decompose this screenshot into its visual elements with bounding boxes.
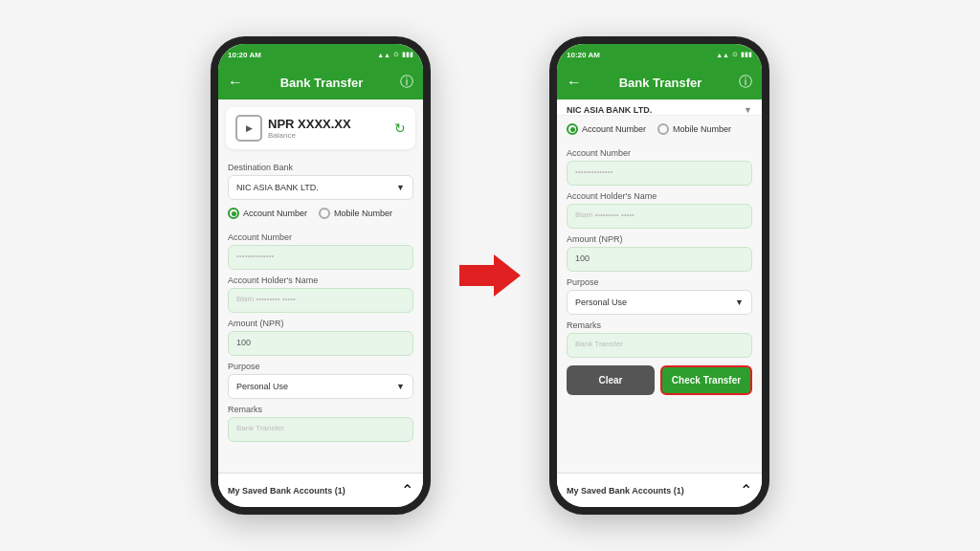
status-icons-right: ▲▲⊙▮▮▮ [716,51,752,58]
action-buttons: Clear Check Transfer [557,358,762,403]
purpose-arrow-left: ▼ [396,382,405,391]
balance-left: ▶ NPR XXXX.XX Balance [235,115,351,142]
acc-holder-input-right[interactable]: Blam ••••••••• ••••• [567,204,752,229]
radio-group-right: Account Number Mobile Number [567,123,752,135]
purpose-arrow-right: ▼ [735,298,744,307]
balance-info: NPR XXXX.XX Balance [268,117,351,140]
page-title-left: Bank Transfer [280,76,364,90]
remarks-label-right: Remarks [567,320,752,330]
purpose-dropdown-left[interactable]: Personal Use ▼ [228,374,413,399]
transition-arrow [459,254,521,297]
status-bar-left: 10:20 AM ▲▲⊙▮▮▮ [218,44,423,65]
check-transfer-button[interactable]: Check Transfer [660,365,752,395]
back-button-right[interactable]: ← [567,74,582,91]
saved-accounts-text-right: My Saved Bank Accounts (1) [567,486,684,496]
acc-num-input-right[interactable]: •••••••••••••• [567,161,752,186]
saved-accounts-bar-left[interactable]: My Saved Bank Accounts (1) ⌃ [218,473,423,507]
chevron-up-icon-left: ⌃ [401,481,413,499]
remarks-input-right[interactable]: Bank Transfer [567,333,752,358]
acc-num-label-left: Account Number [228,232,413,242]
dest-bank-dropdown-left[interactable]: NIC ASIA BANK LTD. ▼ [228,175,413,200]
radio-mobile-left[interactable]: Mobile Number [319,208,392,219]
remarks-label-left: Remarks [228,405,413,414]
status-time-right: 10:20 AM [567,51,600,59]
acc-num-label-right: Account Number [567,148,752,158]
balance-card: ▶ NPR XXXX.XX Balance ↻ [226,107,415,149]
chevron-up-icon-right: ⌃ [740,481,752,499]
top-bar-right: ← Bank Transfer ⓘ [557,65,762,99]
form-left: Destination Bank NIC ASIA BANK LTD. ▼ [218,153,423,200]
radio-group-left: Account Number Mobile Number [228,208,413,219]
form-right: Account Number •••••••••••••• Account Ho… [557,139,762,358]
amount-input-left[interactable]: 100 [228,331,413,356]
radio-mobile-right[interactable]: Mobile Number [657,123,731,135]
purpose-label-left: Purpose [228,362,413,371]
left-phone: 10:20 AM ▲▲⊙▮▮▮ ← Bank Transfer ⓘ ▶ NPR … [211,36,431,515]
radio-dot-account-left [228,208,239,219]
amount-label-left: Amount (NPR) [228,319,413,328]
page-title-right: Bank Transfer [619,76,702,90]
dest-bank-arrow-right: ▼ [744,105,752,115]
scene: 10:20 AM ▲▲⊙▮▮▮ ← Bank Transfer ⓘ ▶ NPR … [0,0,980,551]
clear-button[interactable]: Clear [567,365,655,395]
balance-amount: NPR XXXX.XX [268,117,351,131]
acc-num-input-left[interactable]: •••••••••••••• [228,245,413,270]
radio-dot-account-right [567,123,578,135]
acc-holder-input-left[interactable]: Blam ••••••••• ••••• [228,288,413,313]
balance-label: Balance [268,131,351,140]
saved-accounts-text-left: My Saved Bank Accounts (1) [228,486,345,496]
radio-dot-mobile-left [319,208,330,219]
radio-account-right[interactable]: Account Number [567,123,646,135]
dest-bank-value-right: NIC ASIA BANK LTD. [567,105,652,115]
right-phone: 10:20 AM ▲▲⊙▮▮▮ ← Bank Transfer ⓘ NIC AS… [549,36,769,515]
top-bar-left: ← Bank Transfer ⓘ [218,65,423,99]
dropdown-arrow-left: ▼ [396,183,405,192]
dest-bank-label-left: Destination Bank [228,163,413,172]
refresh-icon[interactable]: ↻ [394,121,406,136]
amount-input-right[interactable]: 100 [567,247,752,272]
purpose-dropdown-right[interactable]: Personal Use ▼ [567,290,752,315]
acc-holder-label-left: Account Holder's Name [228,276,413,285]
acc-holder-label-right: Account Holder's Name [567,191,752,201]
back-button-left[interactable]: ← [228,74,243,91]
right-phone-content: NIC ASIA BANK LTD. ▼ Account Number Mobi… [557,99,762,473]
radio-account-left[interactable]: Account Number [228,208,307,219]
amount-label-right: Amount (NPR) [567,234,752,244]
remarks-input-left[interactable]: Bank Transfer [228,417,413,442]
saved-accounts-bar-right[interactable]: My Saved Bank Accounts (1) ⌃ [557,473,762,507]
status-bar-right: 10:20 AM ▲▲⊙▮▮▮ [557,44,762,65]
status-time-left: 10:20 AM [228,51,261,59]
info-icon-right[interactable]: ⓘ [739,74,752,91]
left-phone-content: ▶ NPR XXXX.XX Balance ↻ Destination Bank… [218,99,423,473]
radio-dot-mobile-right [657,123,669,135]
form-left-2: Account Number •••••••••••••• Account Ho… [218,223,423,442]
purpose-label-right: Purpose [567,277,752,287]
info-icon-left[interactable]: ⓘ [400,74,413,91]
bank-icon: ▶ [235,115,262,142]
status-icons-left: ▲▲⊙▮▮▮ [377,51,413,58]
